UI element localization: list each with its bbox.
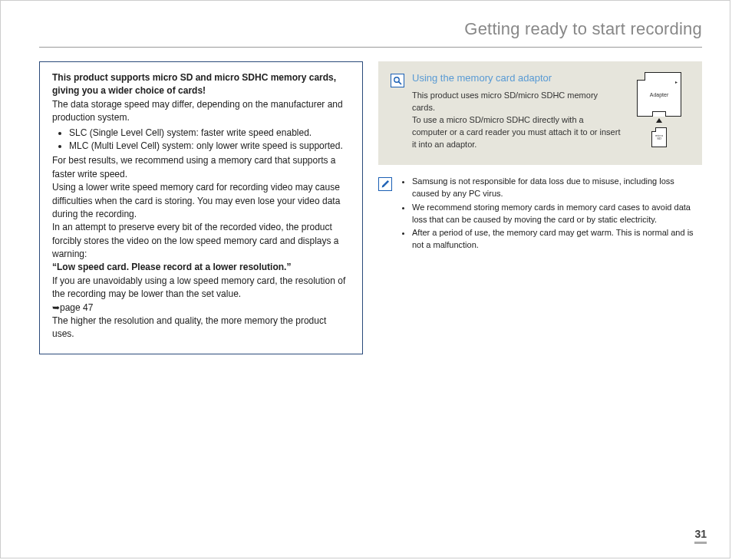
panel-body-1: This product uses micro SD/micro SDHC me… (412, 91, 598, 112)
content-columns: This product supports micro SD and micro… (1, 61, 730, 354)
list-item: SLC (Single Level Cell) system: faster w… (69, 127, 350, 140)
paragraph-3: Using a lower write speed memory card fo… (52, 182, 340, 219)
svg-point-0 (394, 77, 399, 82)
page-number: 31 (694, 528, 707, 544)
arrow-up-icon (656, 118, 662, 123)
paragraph-1: The data storage speed may differ, depen… (52, 99, 343, 123)
adaptor-info-title: Using the memory card adaptor (412, 72, 621, 84)
paragraph-4: In an attempt to preserve every bit of t… (52, 222, 339, 259)
paragraph-6: The higher the resolution and quality, t… (52, 315, 326, 339)
cell-system-list: SLC (Single Level Cell) system: faster w… (52, 127, 350, 153)
lock-indicator: ▸ (675, 79, 678, 84)
left-column: This product supports micro SD and micro… (39, 61, 363, 354)
adapter-figure: ▸ Adapter microSD (628, 72, 690, 147)
note-icon (378, 177, 392, 191)
warning-text: “Low speed card. Please record at a lowe… (52, 262, 291, 272)
note-item: We recommend storing memory cards in mem… (412, 202, 702, 226)
micro-sd-graphic: microSD (651, 127, 667, 147)
adaptor-info-content: Using the memory card adaptor This produ… (412, 72, 621, 151)
lead-text: This product supports micro SD and micro… (52, 72, 336, 96)
page-reference: ➥page 47 (52, 302, 93, 313)
notes-row: Samsung is not responsible for data loss… (378, 176, 702, 254)
note-item: Samsung is not responsible for data loss… (412, 176, 702, 200)
note-item: After a period of use, the memory card m… (412, 227, 702, 252)
adapter-label: Adapter (650, 92, 669, 97)
svg-line-1 (399, 82, 401, 84)
memory-card-info-box: This product supports micro SD and micro… (39, 61, 363, 354)
paragraph-2: For best results, we recommend using a m… (52, 155, 336, 179)
notes-list: Samsung is not responsible for data loss… (400, 176, 702, 254)
adapter-slot (652, 111, 666, 117)
magnify-icon (391, 74, 404, 87)
list-item: MLC (Multi Level Cell) system: only lowe… (69, 140, 350, 153)
paragraph-5: If you are unavoidably using a low speed… (52, 275, 345, 299)
right-column: Using the memory card adaptor This produ… (378, 61, 702, 354)
page-title: Getting ready to start recording (1, 1, 730, 47)
adaptor-info-body: This product uses micro SD/micro SDHC me… (412, 90, 621, 151)
adapter-card-graphic: ▸ Adapter (637, 72, 681, 117)
panel-body-2: To use a micro SD/micro SDHC directly wi… (412, 115, 620, 149)
adaptor-info-panel: Using the memory card adaptor This produ… (378, 61, 702, 165)
header-divider (39, 47, 702, 48)
